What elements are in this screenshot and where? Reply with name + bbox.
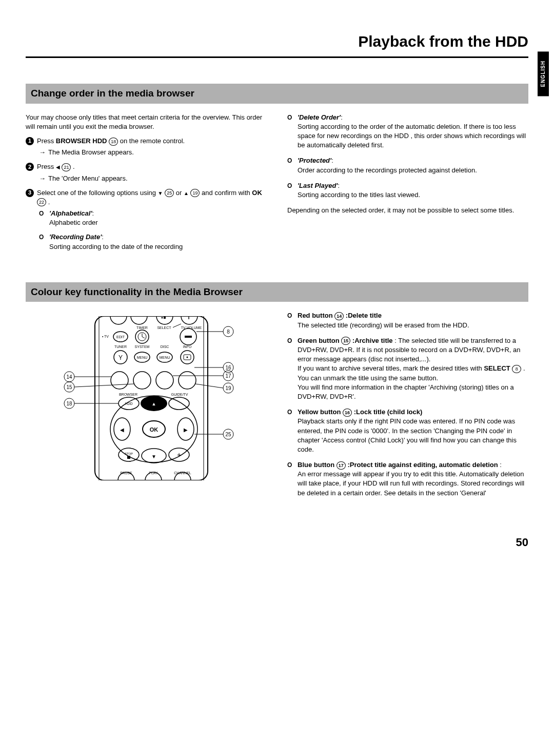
- key-ref-22: 22: [37, 198, 46, 206]
- step2-text-a: Press: [37, 163, 56, 170]
- svg-text:INFO: INFO: [183, 345, 192, 348]
- opt-protected-label: 'Protected': [298, 157, 331, 164]
- step-3-badge: 3: [26, 189, 34, 197]
- section1-right-column: 'Delete Order': Sorting according to the…: [287, 113, 528, 257]
- svg-text:STOP: STOP: [125, 452, 133, 455]
- opt-protected-desc: Order according to the recordings protec…: [298, 166, 477, 174]
- svg-text:▲: ▲: [152, 401, 156, 406]
- svg-rect-19: [185, 336, 192, 338]
- svg-text:▶: ▶: [184, 427, 188, 433]
- opt-lastplayed-label: 'Last Played': [298, 182, 338, 189]
- svg-text:+: +: [177, 451, 181, 459]
- key-ref-21: 21: [62, 163, 71, 171]
- svg-point-36: [179, 372, 196, 389]
- svg-text:TIMER: TIMER: [136, 326, 148, 329]
- step-3: 3 Select one of the following options us…: [26, 188, 267, 207]
- down-arrow-icon: [158, 189, 163, 197]
- section-heading-colour-keys: Colour key functionality in the Media Br…: [26, 282, 528, 302]
- svg-text:18: 18: [66, 401, 72, 406]
- svg-text:▼: ▼: [151, 454, 156, 459]
- step3-text-a: Select one of the following options usin…: [37, 189, 158, 197]
- key-ref-19: 19: [190, 189, 200, 197]
- svg-text:PAUSE: PAUSE: [120, 471, 132, 475]
- opt-recdate-label: 'Recording Date': [49, 233, 102, 241]
- red-button-item: Red button 14 :Delete title The selected…: [287, 311, 528, 329]
- key-ref-14: 14: [334, 312, 344, 320]
- key-ref-25: 25: [165, 189, 174, 197]
- step2-text-b: .: [73, 163, 75, 170]
- step2-result: The 'Order Menu' appears.: [39, 174, 267, 183]
- svg-text:TUNER: TUNER: [114, 345, 127, 348]
- language-tab: ENGLISH: [538, 51, 549, 96]
- option-delete-order: 'Delete Order': Sorting according to the…: [287, 113, 528, 150]
- svg-text:CHANNEL: CHANNEL: [174, 471, 191, 475]
- svg-point-44: [169, 397, 189, 410]
- svg-text:SELECT: SELECT: [157, 326, 171, 329]
- step-1-badge: 1: [26, 137, 34, 145]
- svg-text:19: 19: [225, 385, 231, 391]
- svg-text:15: 15: [66, 384, 72, 390]
- svg-line-64: [195, 384, 223, 388]
- svg-text:TV: TV: [104, 335, 109, 338]
- svg-text:•: •: [102, 335, 104, 338]
- step1-result: The Media Browser appears.: [39, 148, 267, 157]
- ok-key: OK: [252, 189, 262, 197]
- blue-button-title: :Protect title against editing, automati…: [346, 461, 498, 469]
- option-recording-date: 'Recording Date': Sorting according to t…: [39, 232, 267, 251]
- blue-button-item: Blue button 17 :Protect title against ed…: [287, 460, 528, 498]
- svg-text:17: 17: [225, 373, 231, 379]
- svg-text:8: 8: [227, 329, 230, 335]
- section1-footnote: Depending on the selected order, it may …: [287, 206, 528, 215]
- opt-recdate-desc: Sorting according to the date of the rec…: [49, 243, 183, 250]
- option-protected: 'Protected': Order according to the reco…: [287, 156, 528, 175]
- opt-delete-desc: Sorting according to the order of the au…: [298, 123, 526, 149]
- colour-key-text-column: Red button 14 :Delete title The selected…: [287, 311, 528, 503]
- select-key: SELECT: [484, 364, 510, 372]
- red-button-title: :Delete title: [344, 312, 382, 319]
- browser-hdd-key: BROWSER HDD: [56, 137, 107, 145]
- svg-text:16: 16: [225, 365, 231, 371]
- green-desc2a: If you want to archive several titles, m…: [298, 364, 484, 372]
- svg-text:HDD: HDD: [125, 402, 132, 405]
- key-ref-15: 15: [341, 337, 350, 345]
- yellow-button-label: Yellow button: [298, 408, 343, 416]
- step-2: 2 Press 21 .: [26, 162, 267, 171]
- svg-line-17: [142, 337, 145, 338]
- green-button-title: :Archive title: [350, 337, 392, 344]
- green-desc3: You will find more information in the ch…: [298, 383, 514, 400]
- yellow-button-desc: Playback starts only if the right PIN co…: [298, 417, 517, 453]
- opt-delete-label: 'Delete Order': [298, 113, 341, 121]
- svg-point-34: [133, 372, 151, 389]
- blue-button-label: Blue button: [298, 461, 337, 469]
- step-1: 1 Press BROWSER HDD 18 on the remote con…: [26, 137, 267, 146]
- yellow-button-item: Yellow button 16 :Lock title (child lock…: [287, 408, 528, 454]
- svg-text:SYSTEM: SYSTEM: [135, 345, 150, 348]
- svg-line-66: [74, 384, 134, 387]
- up-arrow-icon: [184, 189, 189, 197]
- option-last-played: 'Last Played': Sorting according to the …: [287, 181, 528, 200]
- svg-text:BROWSER: BROWSER: [119, 393, 137, 396]
- opt-alpha-label: 'Alphabetical': [49, 209, 92, 217]
- svg-text:14: 14: [66, 374, 72, 380]
- opt-lastplayed-desc: Sorting according to the titles last vie…: [298, 191, 420, 199]
- title-rule: [26, 56, 528, 58]
- key-ref-16: 16: [343, 409, 352, 417]
- svg-rect-4: [164, 317, 166, 319]
- step3-mid: or: [176, 189, 184, 197]
- svg-text:OK: OK: [150, 427, 159, 433]
- intro-text: Your may choose only titles that meet ce…: [26, 113, 267, 131]
- left-arrow-icon: [56, 163, 60, 170]
- page-title: Playback from the HDD: [26, 31, 528, 52]
- section-heading-order: Change order in the media browser: [26, 84, 528, 104]
- svg-line-8: [173, 324, 181, 327]
- svg-text:PLAY: PLAY: [149, 471, 158, 475]
- svg-point-35: [156, 372, 173, 389]
- key-ref-18: 18: [109, 138, 118, 146]
- step3-text-b: and confirm with: [202, 189, 252, 197]
- step1-text-b: on the remote control.: [120, 137, 185, 145]
- svg-text:◀: ◀: [120, 427, 124, 433]
- green-button-label: Green button: [298, 337, 341, 344]
- svg-text:GUIDE/TV: GUIDE/TV: [171, 393, 188, 396]
- svg-text:MENU: MENU: [137, 356, 148, 359]
- opt-alpha-desc: Alphabetic order: [49, 219, 98, 226]
